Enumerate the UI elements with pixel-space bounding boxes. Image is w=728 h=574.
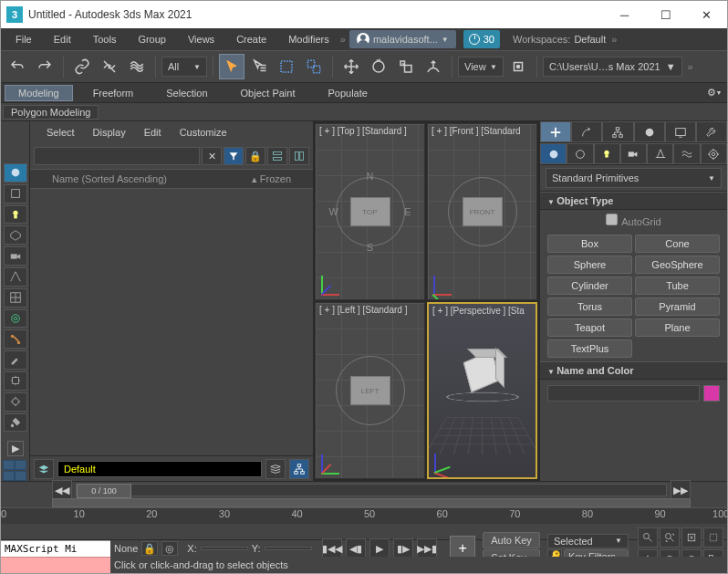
cmd-tab-create[interactable] <box>540 121 571 142</box>
sub-geometry-icon[interactable] <box>540 143 567 164</box>
scene-lock-button[interactable]: 🔒 <box>245 147 265 165</box>
rail-camera-icon[interactable] <box>4 246 27 266</box>
sub-systems-icon[interactable] <box>701 143 727 164</box>
rail-light-icon[interactable] <box>4 205 27 224</box>
zoom-extents-button[interactable] <box>681 527 702 548</box>
obj-cylinder-button[interactable]: Cylinder <box>547 277 632 295</box>
obj-tube-button[interactable]: Tube <box>635 277 720 295</box>
cmd-tab-modify[interactable] <box>571 121 602 142</box>
rect-select-button[interactable] <box>274 54 299 79</box>
ribbon-tab-freeform[interactable]: Freeform <box>80 85 147 101</box>
redo-button[interactable] <box>32 54 57 79</box>
scene-tree[interactable] <box>30 189 313 455</box>
scene-clear-button[interactable]: ✕ <box>202 147 222 165</box>
rail-grid-icon[interactable] <box>4 288 27 308</box>
rail-sphere-icon[interactable] <box>4 163 27 183</box>
sub-cameras-icon[interactable] <box>620 143 647 164</box>
scene-menu-display[interactable]: Display <box>84 127 135 138</box>
menu-group[interactable]: Group <box>127 28 177 50</box>
link-button[interactable] <box>69 54 95 79</box>
rail-target-icon[interactable] <box>4 309 27 329</box>
rail-helper-icon[interactable] <box>4 267 27 287</box>
scene-search-input[interactable] <box>34 147 200 165</box>
menu-modifiers[interactable]: Modifiers <box>277 28 340 50</box>
menu-views[interactable]: Views <box>177 28 225 50</box>
scene-menu-edit[interactable]: Edit <box>135 127 171 138</box>
goto-start-button[interactable]: ▮◀◀ <box>322 538 342 558</box>
cmd-tab-utilities[interactable] <box>696 121 727 142</box>
ribbon-tab-modeling[interactable]: Modeling <box>5 85 73 101</box>
zoom-all-button[interactable] <box>660 527 680 548</box>
rail-paint-icon[interactable] <box>4 350 27 370</box>
rollout-name-color[interactable]: Name and Color <box>540 361 727 380</box>
rail-expand-button[interactable]: ▶ <box>7 441 24 456</box>
goto-end-button[interactable]: ▶▶▮ <box>417 538 437 558</box>
timeline-next-button[interactable]: ▶▶ <box>671 480 691 500</box>
rail-misc2-icon[interactable] <box>4 392 27 412</box>
layer-hier-button[interactable] <box>289 459 309 479</box>
obj-cone-button[interactable]: Cone <box>635 235 720 253</box>
viewport-front[interactable]: [ + ] [Front ] [Standard FRONT <box>427 123 537 300</box>
next-frame-button[interactable]: ▮▶ <box>393 538 413 558</box>
sub-shapes-icon[interactable] <box>567 143 593 164</box>
autokey-button[interactable]: Auto Key <box>483 532 540 548</box>
unlink-button[interactable] <box>97 54 122 79</box>
lock-selection-button[interactable]: 🔒 <box>141 541 158 556</box>
scene-view1-button[interactable] <box>267 147 287 165</box>
y-coord-input[interactable] <box>265 547 312 550</box>
key-mode-dropdown[interactable]: Selected▼ <box>547 534 629 548</box>
obj-torus-button[interactable]: Torus <box>547 297 632 316</box>
obj-sphere-button[interactable]: Sphere <box>547 256 632 274</box>
select-scale-button[interactable] <box>393 54 419 79</box>
obj-teapot-button[interactable]: Teapot <box>547 318 632 337</box>
select-by-name-button[interactable] <box>246 54 272 79</box>
maxscript-input[interactable] <box>1 557 110 573</box>
cmd-tab-motion[interactable] <box>634 121 665 142</box>
layer-stack-button[interactable] <box>265 459 286 479</box>
viewport-left[interactable]: [ + ] [Left ] [Standard ] LEFT <box>315 302 425 479</box>
bind-spacewarp-button[interactable] <box>124 54 150 79</box>
maximize-button[interactable]: ☐ <box>645 1 686 28</box>
scene-col-frozen[interactable]: ▴ Frozen <box>252 173 291 185</box>
rail-misc1-icon[interactable] <box>4 371 27 391</box>
obj-box-button[interactable]: Box <box>547 235 632 253</box>
selection-filter-dropdown[interactable]: All▼ <box>161 57 207 77</box>
layer-new-button[interactable] <box>34 459 54 479</box>
rail-geo2-icon[interactable] <box>4 225 27 245</box>
window-crossing-button[interactable] <box>301 54 327 79</box>
timeline-prev-button[interactable]: ◀◀ <box>52 480 72 500</box>
ribbon-tab-object-paint[interactable]: Object Paint <box>228 85 308 101</box>
menu-edit[interactable]: Edit <box>43 28 82 50</box>
obj-pyramid-button[interactable]: Pyramid <box>635 297 720 316</box>
sub-helpers-icon[interactable] <box>647 143 673 164</box>
menu-tools[interactable]: Tools <box>82 28 128 50</box>
scene-filter-button[interactable] <box>224 147 244 165</box>
category-dropdown[interactable]: Standard Primitives▼ <box>546 168 722 188</box>
object-name-input[interactable] <box>547 385 700 402</box>
viewcube-left[interactable]: LEFT <box>350 376 390 405</box>
cmd-tab-display[interactable] <box>665 121 696 142</box>
project-path[interactable]: C:\Users\U…s Max 2021▼ <box>543 57 682 77</box>
scene-view2-button[interactable] <box>289 147 309 165</box>
user-chip[interactable]: malavidasoft... ▼ <box>349 30 456 48</box>
close-button[interactable]: ✕ <box>686 1 727 28</box>
time-chip[interactable]: 30 <box>463 30 500 48</box>
ribbon-tab-selection[interactable]: Selection <box>153 85 220 101</box>
obj-geosphere-button[interactable]: GeoSphere <box>635 256 720 274</box>
polygon-modeling-tab[interactable]: Polygon Modeling <box>3 105 99 120</box>
ribbon-tab-populate[interactable]: Populate <box>315 85 380 101</box>
sub-spacewarps-icon[interactable] <box>673 143 700 164</box>
layer-active[interactable]: Default <box>57 461 262 477</box>
menu-create[interactable]: Create <box>225 28 277 50</box>
scene-col-name[interactable]: Name (Sorted Ascending) <box>52 173 252 184</box>
scene-menu-customize[interactable]: Customize <box>171 127 236 138</box>
viewport-top[interactable]: [ + ] [Top ] [Standard ] TOP N S W E <box>315 123 425 300</box>
obj-plane-button[interactable]: Plane <box>635 318 720 337</box>
zoom-button[interactable] <box>638 527 658 548</box>
rail-geometry-icon[interactable] <box>4 184 27 204</box>
menu-file[interactable]: File <box>5 28 43 50</box>
scene-menu-select[interactable]: Select <box>37 127 84 138</box>
track-bar[interactable] <box>52 498 691 507</box>
select-object-button[interactable] <box>219 54 244 79</box>
use-pivot-button[interactable] <box>505 54 531 79</box>
